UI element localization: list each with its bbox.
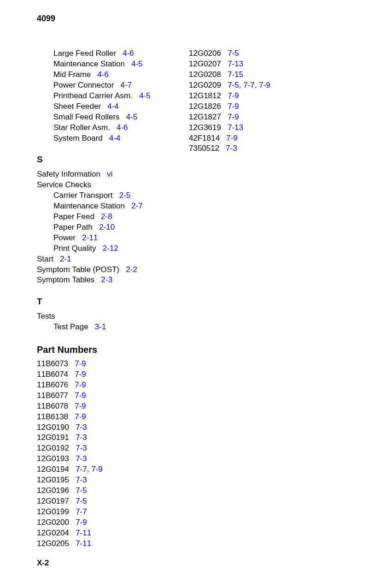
index-entry-label: Paper Path (53, 223, 93, 232)
page-ref-link[interactable]: 7-9 (226, 134, 238, 143)
page-ref-link[interactable]: 2-11 (82, 233, 98, 242)
page-ref-link[interactable]: 7-9 (259, 81, 270, 89)
page-ref-link[interactable]: 4-5 (139, 91, 151, 100)
index-entry-label: 12G0206 (189, 49, 221, 58)
index-entry: 12G0205 7-11 (37, 539, 189, 549)
page-ref-link[interactable]: 7-3 (76, 454, 87, 463)
index-entry-label: Maintenance Station (53, 202, 125, 210)
index-entry-label: Mid Frame (53, 70, 91, 79)
page-ref-link[interactable]: 4-4 (107, 102, 119, 111)
page-ref-link[interactable]: 4-6 (123, 49, 134, 58)
index-letter-s: S (37, 154, 189, 166)
page-ref-link[interactable]: 7-9 (228, 113, 239, 121)
index-entry: 12G0194 7-7, 7-9 (37, 464, 189, 475)
index-entry: 7350512 7-3 (189, 143, 352, 154)
index-entry: 12G0206 7-5 (189, 48, 352, 59)
part-items: 11B6073 7-911B6074 7-911B6076 7-911B6077… (37, 359, 189, 549)
index-entry-label: Print Quality (53, 244, 96, 253)
index-entry-label: Large Feed Roller (53, 49, 116, 58)
page-ref-link[interactable]: 2-1 (60, 255, 71, 263)
index-entry-label: Sheet Feeder (53, 102, 101, 111)
page-ref-link[interactable]: 7-13 (228, 59, 243, 68)
page-ref-link[interactable]: 2-7 (131, 202, 143, 210)
index-entry-label: 11B6078 (37, 402, 68, 410)
page-ref-link[interactable]: 7-3 (76, 444, 87, 452)
index-entry: Paper Path 2-10 (37, 222, 189, 233)
index-entry: Printhead Carrier Asm. 4-5 (37, 91, 189, 101)
index-entry-label: 12G0208 (189, 70, 221, 79)
index-entry-label: 12G1826 (189, 102, 221, 111)
index-entry: Small Feed Rollers 4-5 (37, 112, 189, 123)
page-ref-link[interactable]: 7-11 (76, 539, 91, 548)
page-ref-link[interactable]: 2-8 (101, 212, 112, 221)
page-ref-link[interactable]: 7-9 (75, 380, 86, 389)
page-ref-link[interactable]: 7-9 (75, 370, 86, 379)
page-ref-link[interactable]: 7-7 (243, 81, 255, 89)
index-entry: Carrier Transport 2-5 (37, 190, 189, 201)
index-content: Large Feed Roller 4-6Maintenance Station… (37, 48, 352, 549)
index-entry-label: 11B6073 (37, 359, 68, 368)
page-ref-link[interactable]: 7-13 (228, 123, 243, 132)
page-ref-link[interactable]: 2-12 (103, 244, 118, 253)
index-entry-label: 12G1827 (189, 113, 221, 121)
page-ref-link[interactable]: 7-9 (75, 359, 86, 368)
page-ref-link[interactable]: 7-7 (76, 507, 87, 516)
index-entry: Tests (37, 311, 189, 322)
page-ref-link[interactable]: 7-11 (76, 529, 91, 537)
index-entry-label: Safety Information (37, 170, 100, 178)
page-ref-link[interactable]: 7-3 (76, 433, 87, 442)
page-ref-link[interactable]: 7-15 (228, 70, 243, 79)
index-entry: 12G0196 7-5 (37, 486, 189, 496)
page-ref-link[interactable]: 7-5 (228, 81, 239, 89)
page-ref-link[interactable]: 2-2 (126, 265, 137, 274)
index-entry-label: Tests (37, 312, 55, 321)
index-entry: 11B6074 7-9 (37, 369, 189, 380)
page-ref-link[interactable]: 4-6 (117, 123, 128, 132)
index-entry: 11B6078 7-9 (37, 401, 189, 412)
page-ref-link[interactable]: 7-9 (75, 391, 86, 400)
page-ref-link[interactable]: 2-3 (101, 275, 113, 284)
page-ref-link[interactable]: 7-9 (228, 102, 239, 111)
page-ref-link[interactable]: 7-5 (228, 49, 239, 58)
index-entry-label: 12G0209 (189, 81, 221, 89)
index-entry: Safety Information vi (37, 169, 189, 180)
index-entry: 12G0197 7-5 (37, 496, 189, 507)
page-ref-link[interactable]: 7-5 (76, 497, 87, 505)
index-entry: 11B6073 7-9 (37, 359, 189, 369)
page-ref-link[interactable]: 4-6 (97, 70, 109, 79)
index-entry-label: 42F1814 (189, 134, 220, 143)
page-ref-link[interactable]: 7-3 (226, 144, 237, 153)
page-ref-link[interactable]: 7-5 (76, 486, 87, 495)
index-entry: Start 2-1 (37, 254, 189, 265)
page-ref-link[interactable]: 7-9 (228, 91, 239, 100)
page-ref-link[interactable]: 7-3 (76, 423, 87, 432)
page-ref-link[interactable]: 7-7 (76, 465, 87, 474)
page-ref-link[interactable]: 3-1 (95, 322, 106, 331)
page-ref-link[interactable]: 7-9 (91, 465, 103, 474)
page-ref-link[interactable]: 4-5 (126, 113, 138, 121)
index-entry: 12G0209 7-5, 7-7, 7-9 (189, 80, 352, 91)
index-entry: 12G0204 7-11 (37, 528, 189, 539)
index-entry: 11B6138 7-9 (37, 412, 189, 422)
page-ref-link[interactable]: 4-4 (109, 134, 121, 143)
page-ref-link[interactable]: 4-5 (131, 59, 143, 68)
page-ref-link[interactable]: 2-10 (99, 223, 115, 232)
index-entry-label: 12G1812 (189, 91, 221, 100)
page-ref-link[interactable]: 2-5 (119, 191, 131, 200)
page-ref-link[interactable]: vi (107, 170, 112, 178)
page-ref-link[interactable]: 7-9 (75, 412, 86, 421)
index-entry: 11B6077 7-9 (37, 391, 189, 401)
page-ref-link[interactable]: 7-3 (76, 475, 87, 484)
index-entry-label: 12G0204 (37, 529, 69, 537)
index-entry: Star Roller Asm. 4-6 (37, 123, 189, 133)
index-letter-t: T (37, 296, 189, 308)
page-ref-link[interactable]: 7-9 (76, 518, 87, 527)
index-entry-label: 12G0207 (189, 59, 221, 68)
page-ref-link[interactable]: 7-9 (75, 402, 86, 410)
index-entry: Symptom Table (POST) 2-2 (37, 265, 189, 275)
index-entry-label: 12G0192 (37, 444, 69, 452)
page-ref-link[interactable]: 4-7 (121, 81, 132, 89)
index-entry: 12G1812 7-9 (189, 91, 352, 101)
index-entry-label: Power (53, 233, 76, 242)
index-entry: Service Checks (37, 180, 189, 190)
